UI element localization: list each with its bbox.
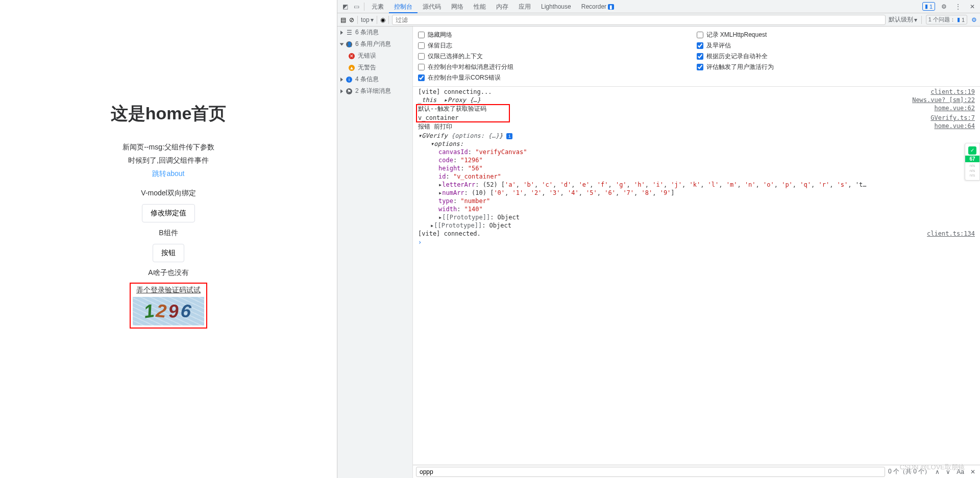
log-line[interactable]: height: "56" — [413, 164, 980, 172]
separator — [357, 16, 358, 24]
source-link[interactable]: client.ts:134 — [927, 230, 975, 237]
device-icon[interactable]: ▭ — [351, 1, 362, 12]
log-line[interactable]: width: "140" — [413, 205, 980, 213]
setting-checkbox[interactable]: 仅限已选择的上下文 — [418, 51, 697, 62]
tab-elements[interactable]: 元素 — [366, 0, 389, 13]
separator — [921, 16, 922, 24]
source-link[interactable]: client.ts:19 — [930, 88, 975, 95]
log-line[interactable]: ▾options: — [413, 140, 980, 148]
log-line[interactable]: type: "number" — [413, 197, 980, 205]
source-link[interactable]: home.vue:62 — [935, 105, 975, 113]
tab-performance[interactable]: 性能 — [469, 0, 491, 13]
gear-icon[interactable]: ⚙ — [938, 1, 949, 12]
callback-text: 时候到了,回调父组件事件 — [128, 156, 209, 165]
performance-badge[interactable]: ✓ 67 n/sn/sn/s — [965, 143, 980, 181]
app-page: 这是home首页 新闻页--msg:父组件传下参数 时候到了,回调父组件事件 跳… — [0, 0, 337, 478]
setting-checkbox[interactable]: 隐藏网络 — [418, 30, 697, 40]
log-line[interactable]: ▸[[Prototype]]: Object — [413, 213, 980, 221]
source-link[interactable]: GVerify.ts:7 — [930, 114, 975, 121]
separator — [388, 16, 389, 24]
more-icon[interactable]: ⋮ — [952, 1, 964, 12]
log-line[interactable]: ▸[[Prototype]]: Object — [413, 221, 980, 230]
sidebar-no-errors[interactable]: ✕无错误 — [337, 50, 412, 62]
console-prompt[interactable]: › — [413, 238, 980, 247]
log-line[interactable]: v_containerGVerify.ts:7 — [413, 114, 980, 122]
tab-lighthouse[interactable]: Lighthouse — [536, 0, 576, 13]
check-icon: ✓ — [968, 146, 976, 155]
context-select[interactable]: top ▾ — [361, 16, 374, 23]
console-sidebar: ☰6 条消息 👤6 条用户消息 ✕无错误 ▲无警告 i4 条信息 ⚑2 条详细消… — [337, 27, 413, 478]
log-line[interactable]: 报错 前打印home.vue:64 — [413, 122, 980, 132]
console-search-bar: 0 个（共 0 个） ∧ ∨ Aa ✕ — [413, 465, 980, 478]
setting-checkbox[interactable]: 及早评估 — [697, 40, 975, 51]
sidebar-messages[interactable]: ☰6 条消息 — [337, 27, 412, 38]
log-level-select[interactable]: 默认级别 ▾ — [889, 15, 917, 24]
setting-checkbox[interactable]: 在控制台中对相似消息进行分组 — [418, 62, 697, 72]
console-settings: 隐藏网络保留日志仅限已选择的上下文在控制台中对相似消息进行分组在控制台中显示CO… — [413, 27, 980, 87]
log-line[interactable]: _this ▸Proxy {…}News.vue? [sm]:22 — [413, 96, 980, 104]
tab-sources[interactable]: 源代码 — [418, 0, 446, 13]
watermark: CSDN @LOVE取朋镜 — [900, 463, 965, 472]
captcha-container: 弄个登录验证码试试 1296 — [130, 283, 207, 329]
captcha-image[interactable]: 1296 — [133, 297, 204, 325]
sidebar-info[interactable]: i4 条信息 — [337, 73, 412, 85]
captcha-title: 弄个登录验证码试试 — [133, 286, 204, 295]
vmodel-label: V-model双向绑定 — [141, 189, 195, 198]
log-line[interactable]: [vite] connecting...client.ts:19 — [413, 88, 980, 96]
page-title: 这是home首页 — [111, 102, 227, 125]
perf-metrics: n/sn/sn/s — [965, 163, 979, 178]
search-close-icon[interactable]: ✕ — [969, 468, 977, 475]
console-toolbar: ▤ ⊘ top ▾ ◉ 默认级别 ▾ 1 个问题： ▮1 ⚙ — [337, 13, 980, 27]
setting-checkbox[interactable]: 保留日志 — [418, 40, 697, 51]
search-input[interactable] — [416, 467, 885, 477]
log-line[interactable]: ▸numArr: (10) ['0', '1', '2', '3', '4', … — [413, 189, 980, 197]
close-icon[interactable]: ✕ — [967, 1, 978, 12]
sidebar-toggle-icon[interactable]: ▤ — [340, 16, 346, 23]
log-line[interactable]: id: "v_container" — [413, 172, 980, 181]
log-line[interactable]: 默认--触发了获取验证码home.vue:62 — [413, 104, 980, 114]
source-link[interactable]: home.vue:64 — [935, 122, 975, 131]
errors-chip[interactable]: ▮ 1 — [922, 2, 935, 11]
modify-bind-button[interactable]: 修改绑定值 — [142, 204, 195, 222]
setting-checkbox[interactable]: 根据历史记录自动补全 — [697, 51, 975, 62]
source-link[interactable]: News.vue? [sm]:22 — [912, 96, 975, 104]
filter-input[interactable] — [392, 15, 886, 25]
setting-checkbox[interactable]: 记录 XMLHttpRequest — [697, 30, 975, 40]
setting-checkbox[interactable]: 在控制台中显示CORS错误 — [418, 72, 697, 83]
generic-button[interactable]: 按钮 — [153, 244, 184, 262]
issues-chip[interactable]: 1 个问题： ▮1 — [926, 15, 967, 24]
setting-checkbox[interactable]: 评估触发了用户激活行为 — [697, 62, 975, 72]
perf-score: 67 — [965, 156, 979, 162]
devtools-tabbar: ◩ ▭ 元素 控制台 源代码 网络 性能 内存 应用 Lighthouse Re… — [337, 0, 980, 13]
log-line[interactable]: ▾GVerify {options: {…}} i — [413, 132, 980, 140]
b-component-label: B组件 — [159, 229, 178, 238]
tab-recorder[interactable]: Recorder ▮ — [576, 0, 620, 13]
sidebar-no-warnings[interactable]: ▲无警告 — [337, 62, 412, 73]
tab-memory[interactable]: 内存 — [491, 0, 513, 13]
clear-console-icon[interactable]: ⊘ — [349, 16, 354, 23]
news-text: 新闻页--msg:父组件传下参数 — [122, 143, 214, 152]
separator — [364, 3, 364, 11]
separator — [377, 16, 377, 24]
settings-gear-icon[interactable]: ⚙ — [971, 16, 977, 23]
devtools-panel: ◩ ▭ 元素 控制台 源代码 网络 性能 内存 应用 Lighthouse Re… — [337, 0, 980, 478]
tab-network[interactable]: 网络 — [446, 0, 469, 13]
sidebar-verbose[interactable]: ⚑2 条详细消息 — [337, 85, 412, 97]
log-line[interactable]: canvasId: "verifyCanvas" — [413, 148, 980, 156]
console-output[interactable]: [vite] connecting...client.ts:19_this ▸P… — [413, 87, 980, 465]
sidebar-user-messages[interactable]: 👤6 条用户消息 — [337, 38, 412, 50]
tab-application[interactable]: 应用 — [513, 0, 536, 13]
log-line[interactable]: ▸letterArr: (52) ['a', 'b', 'c', 'd', 'e… — [413, 181, 980, 189]
log-line[interactable]: [vite] connected.client.ts:134 — [413, 230, 980, 238]
tab-console[interactable]: 控制台 — [389, 0, 418, 13]
log-line[interactable]: code: "1296" — [413, 156, 980, 164]
live-expression-icon[interactable]: ◉ — [380, 16, 385, 23]
about-link[interactable]: 跳转about — [152, 169, 184, 179]
a-nothing-label: A啥子也没有 — [148, 268, 188, 278]
inspect-icon[interactable]: ◩ — [339, 1, 351, 12]
